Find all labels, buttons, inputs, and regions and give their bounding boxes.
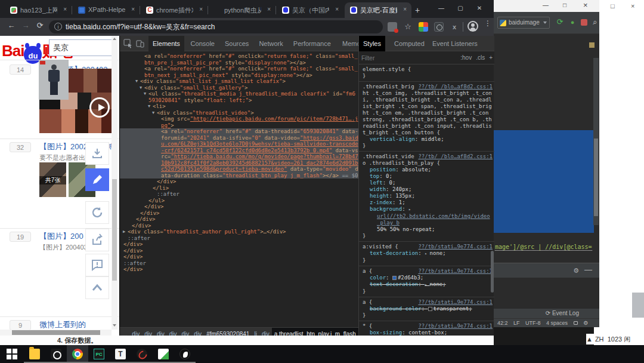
forward-button[interactable]: →	[20, 20, 31, 31]
sidebar-tab-event-listeners[interactable]: Event Listeners	[428, 36, 482, 51]
feedback-fab[interactable]	[85, 254, 109, 276]
stylesheet-link[interactable]: ??/tb/_/blo…af8d2.css:1	[418, 153, 493, 160]
browser-tab[interactable]: 吴京（中国内地×	[277, 2, 343, 18]
browser-tab[interactable]: hao123_上网从×	[5, 2, 72, 18]
gear-icon[interactable]: ⚙	[583, 320, 588, 326]
css-property[interactable]: width: 240px;	[363, 186, 493, 193]
background-scrollbar[interactable]	[632, 293, 644, 318]
code-line[interactable]: </div>	[120, 254, 358, 260]
run-config-select[interactable]: baiduimage	[497, 17, 550, 29]
post-fab[interactable]	[85, 168, 109, 191]
css-property[interactable]: z-index: 1;	[363, 199, 493, 206]
page-info-icon[interactable]: i	[54, 23, 62, 30]
editor-scrollbar[interactable]	[593, 58, 599, 225]
back-button[interactable]: ←	[6, 20, 17, 31]
stop-button[interactable]	[581, 19, 587, 26]
code-line[interactable]: </div>	[120, 223, 358, 229]
bg-maximize-icon[interactable]: □	[611, 2, 615, 10]
css-property[interactable]: background: ▸	[363, 206, 493, 213]
stylesheet-link[interactable]: ??/tb/_/blo…af8d2.css:1	[418, 84, 493, 90]
refresh-fab[interactable]	[85, 201, 109, 224]
chrome-minimize-icon[interactable]: —	[432, 0, 451, 17]
css-rule[interactable]: ??/tb/_/blo…af8d2.css:1.threadlist_brigh…	[359, 82, 494, 152]
stylesheet-link[interactable]: ??/tb/stati…9e774.css:1	[418, 244, 493, 250]
code-line[interactable]: </div>	[120, 266, 358, 273]
devtools-tab-elements[interactable]: Elements	[148, 36, 184, 51]
elements-tree[interactable]: <a rel="noreferrer" href="#" onclick="re…	[120, 51, 358, 327]
code-line[interactable]: </div>	[120, 204, 358, 210]
css-property[interactable]: height: 135px;	[363, 193, 493, 199]
devtools-tab-console[interactable]: Console	[187, 36, 219, 51]
hide-icon[interactable]: —	[584, 265, 592, 274]
code-line[interactable]: ▶<div class="threadlist_author pull_righ…	[120, 229, 358, 235]
code-line[interactable]: ▼<div class="threadlist_video">	[120, 110, 358, 116]
css-rule[interactable]: ??/tb/stati…9e774.css:1a {color: #2d64b3…	[359, 266, 494, 297]
image-thumbnail[interactable]: 共7张	[39, 162, 66, 197]
search-input[interactable]	[49, 39, 112, 56]
code-line[interactable]: <a rel="noreferrer" href="#" onclick="re…	[120, 53, 358, 66]
reload-button[interactable]: ⟳	[35, 20, 45, 31]
tab-close-icon[interactable]: ×	[403, 6, 407, 13]
taskbar-camera-app[interactable]	[45, 345, 67, 363]
code-line[interactable]: </div>	[120, 241, 358, 248]
css-property[interactable]: color: #2d64b3;	[363, 275, 493, 281]
chrome-close-icon[interactable]: ✕	[470, 0, 489, 17]
taskbar-typora[interactable]: T	[110, 345, 131, 363]
css-property[interactable]: background-color: transparent;	[363, 306, 493, 312]
tab-close-icon[interactable]: ×	[131, 6, 135, 13]
code-line[interactable]: </div>	[120, 179, 358, 185]
css-rule[interactable]: ??/tb/stati…9e774.css:1a:visited {text-d…	[359, 242, 494, 266]
pycharm-maximize-icon[interactable]: □	[563, 2, 566, 8]
dark-extension-icon[interactable]	[434, 22, 444, 32]
code-line[interactable]: <img src="http://tiebapic.baidu.com/foru…	[120, 116, 358, 128]
filter-action[interactable]: :hov	[460, 54, 472, 61]
styles-scrollbar[interactable]	[491, 251, 494, 293]
back-to-top-fab[interactable]	[85, 276, 109, 299]
css-property[interactable]: vertical-align: middle;	[363, 136, 493, 143]
pycharm-close-icon[interactable]: ×	[583, 1, 588, 10]
code-line[interactable]: </div>	[120, 216, 358, 223]
profile-avatar[interactable]	[467, 21, 478, 32]
ime-widget[interactable]: ▲ZH 1023 闲	[586, 334, 644, 344]
browser-tab[interactable]: python爬虫从入×	[209, 2, 275, 18]
code-line[interactable]: </div>	[120, 248, 358, 254]
chrome-maximize-icon[interactable]: ▢	[451, 0, 470, 17]
indent-setting[interactable]: 4 spaces	[546, 320, 568, 326]
code-line[interactable]: ::after	[120, 260, 358, 267]
code-line[interactable]: ::after	[120, 235, 358, 242]
pycharm-console[interactable]	[494, 279, 599, 309]
caret-position[interactable]: 42:2	[497, 320, 508, 326]
horizontal-scrollbar[interactable]	[0, 330, 112, 336]
stylesheet-link[interactable]: ??/tb/stati…9e774.css:1	[418, 299, 493, 306]
thread-title-link[interactable]: 【图片】200403-生	[39, 231, 83, 242]
filter-action[interactable]: .cls	[476, 54, 485, 61]
tab-close-icon[interactable]: ×	[335, 6, 339, 13]
inspect-element-icon[interactable]	[123, 39, 133, 48]
bookmark-star-icon[interactable]: ☆	[403, 22, 413, 32]
filter-action[interactable]: +	[489, 54, 493, 61]
encoding[interactable]: UTF-8	[525, 320, 541, 326]
css-property[interactable]: top: 0;	[363, 173, 493, 180]
css-rule[interactable]: ??/tb/_/blo…af8d2.css:1.threadlist_video…	[359, 152, 494, 242]
download-fab[interactable]	[85, 142, 109, 165]
code-line[interactable]: </div>	[120, 210, 358, 217]
browser-tab[interactable]: XPath-Helper_v×	[73, 2, 140, 18]
sidebar-tab-computed[interactable]: Computed	[390, 36, 429, 51]
css-property[interactable]: left: 0;	[363, 180, 493, 186]
omnibox[interactable]: i tieba.baidu.com/f?ie=utf-8&kw=吴京&fr=se…	[49, 20, 383, 33]
new-tab-button[interactable]: +	[411, 4, 423, 16]
devtools-tab-performance[interactable]: Performance	[289, 36, 335, 51]
photo-thumbnail[interactable]	[39, 60, 69, 100]
pycharm-titlebar[interactable]: — □ ×	[494, 0, 599, 12]
code-line[interactable]: ▼<div class="small_list j_small_list cle…	[120, 78, 358, 85]
run-button[interactable]: ⟳	[555, 17, 565, 27]
css-property[interactable]: text-decoration: ▸ none;	[363, 281, 493, 288]
browser-tab[interactable]: Cchrome插件XPa×	[141, 2, 208, 18]
taskbar-music-app[interactable]	[131, 345, 153, 363]
code-line[interactable]: ▼<div class="small_list_gallery">	[120, 85, 358, 91]
start-button[interactable]	[1, 345, 23, 363]
device-toolbar-icon[interactable]	[135, 39, 145, 48]
xpath-extension-icon[interactable]	[419, 22, 428, 32]
line-separator[interactable]: LF	[513, 320, 520, 326]
code-line[interactable]: ::after	[120, 191, 358, 198]
